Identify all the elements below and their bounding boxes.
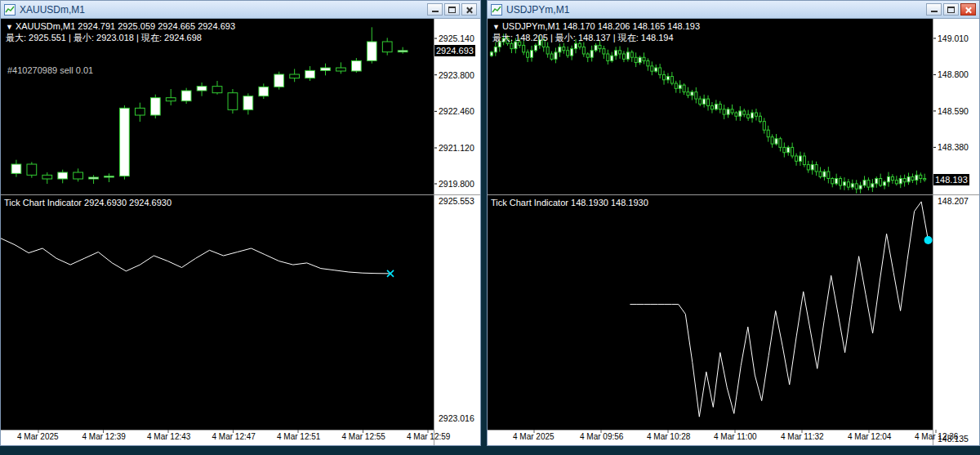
price-axis-label: 148.800: [938, 69, 969, 79]
tick-indicator-label: Tick Chart Indicator 148.1930 148.1930: [491, 198, 648, 207]
chart-window-xauusd[interactable]: XAUUSDm,M1 ▼XAUUSDm,M1 2924.791 2925.059…: [0, 0, 481, 446]
minimize-button[interactable]: [926, 3, 942, 16]
price-axis-strip[interactable]: [434, 19, 480, 445]
tick-indicator-label: Tick Chart Indicator 2924.6930 2924.6930: [4, 198, 172, 207]
minimize-icon: [432, 11, 439, 12]
close-button[interactable]: [960, 3, 976, 16]
symbol-dropdown-icon: ▼: [492, 23, 500, 31]
time-axis-label: 4 Mar 12:55: [342, 432, 385, 441]
price-axis-label: 149.010: [938, 33, 969, 43]
ohlc-values: USDJPYm,M1 148.170 148.206 148.165 148.1…: [502, 21, 700, 31]
max-min-current-line: 最大: 2925.551 | 最小: 2923.018 | 現在: 2924.6…: [6, 32, 202, 44]
time-axis-label: 4 Mar 12:36: [915, 432, 958, 441]
time-axis-label: 4 Mar 11:00: [714, 432, 757, 441]
current-price-tag: 2924.693: [434, 45, 475, 56]
time-axis-label: 4 Mar 12:39: [82, 432, 126, 441]
time-axis-label: 4 Mar 11:32: [781, 432, 824, 441]
ohlc-info-line: ▼USDJPYm,M1 148.170 148.206 148.165 148.…: [492, 21, 700, 31]
price-axis-label: 2921.120: [439, 143, 474, 153]
price-axis-label: 2922.460: [439, 106, 474, 116]
price-axis-label: 2923.800: [439, 70, 474, 80]
minimize-icon: [931, 11, 938, 12]
time-axis-label: 4 Mar 2025: [17, 432, 59, 441]
close-icon: [462, 4, 476, 15]
price-axis-label: 2925.140: [439, 33, 474, 43]
time-axis-label: 4 Mar 12:47: [212, 432, 256, 441]
candlestick-series: [11, 27, 408, 184]
tick-scale-max-label: 2925.553: [439, 196, 474, 206]
candlestick-series: [490, 33, 925, 194]
window-title: XAUUSDm,M1: [20, 4, 85, 16]
time-axis-label: 4 Mar 12:04: [848, 432, 891, 441]
price-axis-label: 148.380: [938, 142, 969, 152]
max-min-current-line: 最大: 148.205 | 最小: 148.137 | 現在: 148.194: [492, 32, 674, 44]
close-icon: [961, 4, 975, 15]
symbol-dropdown-icon: ▼: [6, 23, 13, 31]
maximize-icon: [448, 7, 456, 13]
chart-area[interactable]: ▼USDJPYm,M1 148.170 148.206 148.165 148.…: [488, 19, 979, 445]
price-axis-label: 148.590: [938, 106, 969, 116]
tick-end-dot-marker: [924, 236, 933, 244]
close-button[interactable]: [461, 3, 477, 16]
chart-window-usdjpy[interactable]: USDJPYm,M1 ▼USDJPYm,M1 148.170 148.206 1…: [487, 0, 980, 446]
tick-line: [630, 202, 928, 417]
ohlc-info-line: ▼XAUUSDm,M1 2924.791 2925.059 2924.665 2…: [6, 21, 235, 31]
time-axis-label: 4 Mar 2025: [513, 432, 555, 441]
window-titlebar[interactable]: XAUUSDm,M1: [1, 1, 480, 19]
current-price-tag: 148.193: [933, 174, 969, 185]
tick-scale-min-label: 2923.016: [439, 413, 474, 423]
time-axis-label: 4 Mar 12:43: [147, 432, 190, 441]
chart-window-icon: [491, 4, 502, 16]
open-order-label: #410270989 sell 0.01: [7, 65, 93, 75]
tick-scale-max-label: 148.207: [938, 196, 969, 206]
chart-canvas[interactable]: [488, 19, 979, 445]
tick-line: [1, 239, 390, 274]
price-axis-strip[interactable]: [933, 19, 979, 445]
maximize-icon: [947, 7, 955, 13]
minimize-button[interactable]: [427, 3, 443, 16]
chart-window-icon: [4, 4, 16, 16]
time-axis-label: 4 Mar 12:59: [407, 432, 450, 441]
maximize-button[interactable]: [943, 3, 959, 16]
maximize-button[interactable]: [444, 3, 460, 16]
chart-canvas[interactable]: [1, 19, 480, 445]
ohlc-values: XAUUSDm,M1 2924.791 2925.059 2924.665 29…: [16, 21, 235, 31]
window-titlebar[interactable]: USDJPYm,M1: [488, 1, 979, 19]
price-axis-label: 2919.800: [439, 179, 474, 189]
time-axis-label: 4 Mar 10:28: [647, 432, 690, 441]
mdi-background: XAUUSDm,M1 ▼XAUUSDm,M1 2924.791 2925.059…: [0, 0, 980, 455]
time-axis-label: 4 Mar 12:51: [277, 432, 320, 441]
window-title: USDJPYm,M1: [506, 4, 569, 16]
time-axis-label: 4 Mar 09:56: [580, 432, 623, 441]
chart-area[interactable]: ▼XAUUSDm,M1 2924.791 2925.059 2924.665 2…: [1, 19, 480, 445]
